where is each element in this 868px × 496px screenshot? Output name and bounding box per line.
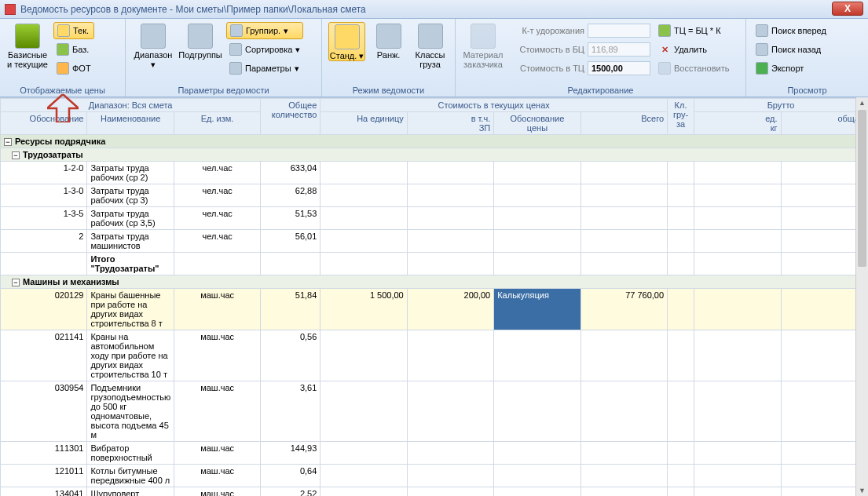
collapse-icon[interactable]: − bbox=[4, 138, 12, 146]
cell bbox=[580, 253, 667, 275]
cell: маш.час bbox=[174, 381, 260, 442]
fot-button[interactable]: ФОТ bbox=[53, 60, 94, 77]
cell: 121011 bbox=[1, 465, 87, 487]
stbc-input[interactable] bbox=[588, 42, 650, 57]
collapse-icon[interactable]: − bbox=[12, 151, 20, 159]
cell bbox=[320, 207, 407, 230]
table-row[interactable]: 1-3-0Затраты труда рабочих (ср 3)чел.час… bbox=[1, 184, 868, 207]
cell: чел.час bbox=[174, 184, 260, 207]
cell: маш.час bbox=[174, 289, 260, 330]
table-row[interactable]: 111301Вибратор поверхностныймаш.час144,9… bbox=[1, 442, 868, 465]
stand-button[interactable]: Станд. ▾ bbox=[328, 22, 365, 61]
cell bbox=[580, 487, 667, 497]
cell: чел.час bbox=[174, 230, 260, 253]
cell: 56,01 bbox=[261, 230, 320, 253]
cell: 2 bbox=[1, 230, 87, 253]
header-unit: На единицу bbox=[320, 112, 407, 135]
table-row[interactable]: 134041Шуруповертмаш.час2,52 bbox=[1, 487, 868, 497]
collapse-icon[interactable]: − bbox=[12, 279, 20, 286]
cell bbox=[407, 184, 493, 207]
table-row[interactable]: 1-3-5Затраты труда рабочих (ср 3,5)чел.ч… bbox=[1, 207, 868, 230]
cell bbox=[407, 487, 493, 497]
sttc-input[interactable] bbox=[588, 61, 650, 75]
table-row[interactable]: 021141Краны на автомобильном ходу при ра… bbox=[1, 330, 868, 381]
search-back-button[interactable]: Поиск назад bbox=[753, 41, 830, 58]
cell: 62,88 bbox=[261, 184, 320, 207]
table-row[interactable]: 2Затраты труда машинистовчел.час56,01 bbox=[1, 230, 868, 253]
cell bbox=[580, 442, 667, 465]
price-basic-current-button[interactable]: Базисные и текущие bbox=[6, 22, 49, 69]
export-button[interactable]: Экспорт bbox=[753, 60, 830, 77]
scroll-down-icon[interactable]: ▼ bbox=[856, 485, 868, 496]
cell bbox=[580, 465, 667, 487]
cell: 200,00 bbox=[407, 289, 493, 330]
cell: чел.час bbox=[174, 207, 260, 230]
cell bbox=[494, 381, 580, 442]
table-row[interactable]: 121011Котлы битумные передвижные 400 лма… bbox=[1, 465, 868, 487]
formula-button[interactable]: ТЦ = БЦ * К bbox=[655, 22, 732, 39]
cell bbox=[320, 465, 407, 487]
cell: 1 500,00 bbox=[320, 289, 407, 330]
cell bbox=[668, 289, 694, 330]
header-klg: Кл. гру- за bbox=[668, 99, 694, 135]
header-ekg: ед. кг bbox=[694, 112, 781, 135]
sort-button[interactable]: Сортировка ▾ bbox=[226, 41, 303, 58]
kt-input[interactable] bbox=[588, 24, 650, 38]
cell bbox=[407, 442, 493, 465]
material-button[interactable]: Материал заказчика bbox=[462, 22, 504, 69]
restore-button[interactable]: Восстановить bbox=[655, 60, 732, 77]
search-fwd-button[interactable]: Поиск вперед bbox=[753, 22, 830, 39]
cell bbox=[781, 330, 868, 381]
params-button[interactable]: Параметры ▾ bbox=[226, 60, 303, 77]
scroll-up-icon[interactable]: ▲ bbox=[856, 97, 868, 108]
cell bbox=[407, 465, 493, 487]
cell bbox=[781, 381, 868, 442]
cell bbox=[494, 442, 580, 465]
klassy-button[interactable]: Классы груза bbox=[412, 22, 449, 69]
gruppir-button[interactable]: Группир. ▾ bbox=[226, 22, 303, 39]
cell: маш.час bbox=[174, 487, 260, 497]
cell bbox=[494, 487, 580, 497]
cell: 0,64 bbox=[261, 465, 320, 487]
table-row[interactable]: 1-2-0Затраты труда рабочих (ср 2)чел.час… bbox=[1, 162, 868, 184]
cell bbox=[494, 253, 580, 275]
cell bbox=[694, 162, 781, 184]
cell-obos[interactable]: Калькуляция bbox=[494, 289, 580, 330]
subsection-row[interactable]: −Машины и механизмы bbox=[1, 275, 868, 289]
cell bbox=[668, 207, 694, 230]
resource-grid[interactable]: Диапазон: Вся смета Общее количество Сто… bbox=[0, 97, 868, 496]
group-label: Редактирование bbox=[462, 86, 739, 95]
section-row[interactable]: −Ресурсы подрядчика bbox=[1, 135, 868, 148]
cell: Шуруповерт bbox=[87, 487, 174, 497]
cell: Затраты труда рабочих (ср 2) bbox=[87, 162, 174, 184]
podgruppy-button[interactable]: Подгруппы bbox=[179, 22, 222, 60]
baz-button[interactable]: Баз. bbox=[53, 41, 94, 58]
cell: 1-3-0 bbox=[1, 184, 87, 207]
cell bbox=[261, 253, 320, 275]
cell bbox=[694, 465, 781, 487]
table-row[interactable]: 030954Подъемники грузоподъемностью до 50… bbox=[1, 381, 868, 442]
group-label: Параметры ведомости bbox=[132, 86, 315, 95]
scroll-thumb[interactable] bbox=[858, 110, 866, 267]
tek-button[interactable]: Тек. bbox=[53, 22, 94, 39]
cell: Подъемники грузоподъемностью до 500 кг о… bbox=[87, 381, 174, 442]
stbc-label: Стоимость в БЦ bbox=[509, 45, 584, 54]
ranzh-button[interactable]: Ранж. bbox=[370, 22, 407, 60]
cell bbox=[580, 184, 667, 207]
table-row[interactable]: 020129Краны башенные при работе на други… bbox=[1, 289, 868, 330]
cell bbox=[781, 442, 868, 465]
vertical-scrollbar[interactable]: ▲ ▼ bbox=[855, 97, 868, 496]
delete-button[interactable]: ✕Удалить bbox=[655, 41, 732, 58]
close-button[interactable]: X bbox=[832, 2, 863, 16]
header-brutto: Брутто bbox=[694, 99, 868, 112]
header-naim: Наименование bbox=[87, 112, 174, 135]
subsection-row[interactable]: −Трудозатраты bbox=[1, 148, 868, 162]
cell bbox=[668, 465, 694, 487]
range-icon bbox=[141, 24, 166, 49]
cell bbox=[407, 330, 493, 381]
window-title: Ведомость ресурсов в документе - Мои сме… bbox=[20, 4, 366, 15]
header-obt: общая т bbox=[781, 112, 868, 135]
diapazon-button[interactable]: Диапазон ▾ bbox=[132, 22, 174, 69]
cell bbox=[694, 381, 781, 442]
cell bbox=[694, 487, 781, 497]
